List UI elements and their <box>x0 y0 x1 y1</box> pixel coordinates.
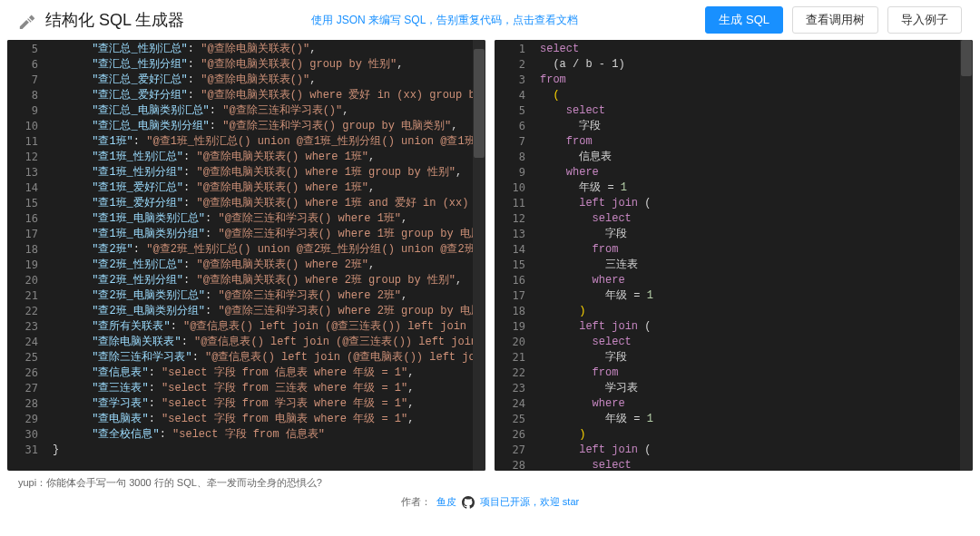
code-line[interactable]: "查2班_电脑类别汇总": "@查除三连和学习表() where 2班", <box>53 288 480 304</box>
left-code[interactable]: "查汇总_性别汇总": "@查除电脑关联表()", "查汇总_性别分组": "@… <box>47 40 485 471</box>
code-line[interactable]: 字段 <box>540 350 967 365</box>
line-number: 12 <box>7 150 38 165</box>
docs-link[interactable]: 使用 JSON 来编写 SQL，告别重复代码，点击查看文档 <box>311 13 578 28</box>
code-line[interactable]: "查汇总_爱好汇总": "@查除电脑关联表()", <box>53 73 480 88</box>
line-number: 13 <box>7 165 38 180</box>
code-line[interactable]: where <box>540 165 967 180</box>
code-line[interactable]: "查2班_性别分组": "@查除电脑关联表() where 2班 group b… <box>53 273 480 288</box>
code-line[interactable]: select <box>540 211 967 227</box>
github-icon <box>462 496 475 509</box>
line-number: 5 <box>495 103 525 119</box>
right-scroll-track[interactable] <box>960 40 973 471</box>
code-line[interactable]: from <box>540 73 967 88</box>
line-number: 16 <box>7 211 38 227</box>
line-number: 7 <box>7 73 38 88</box>
code-line[interactable]: "查所有关联表": "@查信息表() left join (@查三连表()) l… <box>53 319 480 335</box>
line-number: 6 <box>7 57 38 73</box>
code-line[interactable]: "查三连表": "select 字段 from 三连表 where 年级 = 1… <box>53 381 480 396</box>
generate-sql-button[interactable]: 生成 SQL <box>705 6 783 34</box>
code-line[interactable]: "查汇总_性别分组": "@查除电脑关联表() group by 性别", <box>53 57 480 73</box>
code-line[interactable]: 字段 <box>540 119 967 134</box>
line-number: 21 <box>495 350 525 365</box>
line-number: 15 <box>7 196 38 211</box>
code-line[interactable]: select <box>540 458 967 471</box>
line-number: 17 <box>7 227 38 242</box>
code-line[interactable]: "查汇总_电脑类别汇总": "@查除三连和学习表()", <box>53 103 480 119</box>
code-line[interactable]: select <box>540 335 967 350</box>
code-line[interactable]: ( <box>540 88 967 103</box>
code-line[interactable]: } <box>53 443 480 458</box>
footer-tagline: yupi：你能体会手写一句 3000 行的 SQL、牵一发而动全身的恐惧么? <box>18 476 962 490</box>
code-line[interactable]: "查1班_爱好汇总": "@查除电脑关联表() where 1班", <box>53 180 480 196</box>
code-line[interactable]: select <box>540 103 967 119</box>
footer-credits: 作者： 鱼皮 项目已开源，欢迎 star <box>18 495 962 509</box>
line-number: 31 <box>7 443 38 458</box>
right-code[interactable]: select (a / b - 1)from ( select 字段 from … <box>534 40 973 471</box>
sql-editor[interactable]: 1234567891011121314151617181920212223242… <box>495 40 973 471</box>
code-line[interactable]: "查1班_性别汇总": "@查除电脑关联表() where 1班", <box>53 150 480 165</box>
code-line[interactable]: left join ( <box>540 319 967 335</box>
line-number: 16 <box>495 273 525 288</box>
code-line[interactable]: "查汇总_爱好分组": "@查除电脑关联表() where 爱好 in (xx)… <box>53 88 480 103</box>
line-number: 19 <box>495 319 525 335</box>
footer: yupi：你能体会手写一句 3000 行的 SQL、牵一发而动全身的恐惧么? 作… <box>0 471 980 511</box>
code-line[interactable]: "查除三连和学习表": "@查信息表() left join (@查电脑表())… <box>53 350 480 365</box>
code-line[interactable]: "查1班_电脑类别汇总": "@查除三连和学习表() where 1班", <box>53 211 480 227</box>
code-line[interactable]: "查学习表": "select 字段 from 学习表 where 年级 = 1… <box>53 396 480 412</box>
line-number: 26 <box>7 365 38 381</box>
code-line[interactable]: "查2班_电脑类别分组": "@查除三连和学习表() where 2班 grou… <box>53 304 480 319</box>
code-line[interactable]: "查1班_电脑类别分组": "@查除三连和学习表() where 1班 grou… <box>53 227 480 242</box>
left-scroll-track[interactable] <box>473 40 485 471</box>
code-line[interactable]: from <box>540 242 967 258</box>
code-line[interactable]: ) <box>540 427 967 443</box>
code-line[interactable]: where <box>540 273 967 288</box>
code-line[interactable]: ) <box>540 304 967 319</box>
json-editor[interactable]: 5678910111213141516171819202122232425262… <box>7 40 485 471</box>
code-line[interactable]: 字段 <box>540 227 967 242</box>
opensource-link[interactable]: 项目已开源，欢迎 star <box>480 495 579 509</box>
code-line[interactable]: from <box>540 134 967 150</box>
code-line[interactable]: 三连表 <box>540 258 967 273</box>
line-number: 14 <box>495 242 525 258</box>
line-number: 7 <box>495 134 525 150</box>
code-line[interactable]: 信息表 <box>540 150 967 165</box>
line-number: 17 <box>495 288 525 304</box>
code-line[interactable]: from <box>540 365 967 381</box>
code-line[interactable]: "查全校信息": "select 字段 from 信息表" <box>53 427 480 443</box>
code-line[interactable]: "查1班_性别分组": "@查除电脑关联表() where 1班 group b… <box>53 165 480 180</box>
code-line[interactable]: where <box>540 396 967 412</box>
line-number: 25 <box>495 412 525 427</box>
code-line[interactable]: "查汇总_电脑类别分组": "@查除三连和学习表() group by 电脑类别… <box>53 119 480 134</box>
line-number: 9 <box>495 165 525 180</box>
logo-area: 结构化 SQL 生成器 <box>18 9 184 31</box>
code-line[interactable]: 年级 = 1 <box>540 180 967 196</box>
code-line[interactable]: left join ( <box>540 443 967 458</box>
author-link[interactable]: 鱼皮 <box>436 495 456 509</box>
code-line[interactable]: "查电脑表": "select 字段 from 电脑表 where 年级 = 1… <box>53 412 480 427</box>
line-number: 12 <box>495 211 525 227</box>
code-line[interactable]: "查汇总_性别汇总": "@查除电脑关联表()", <box>53 42 480 57</box>
line-number: 20 <box>495 335 525 350</box>
code-line[interactable]: 年级 = 1 <box>540 288 967 304</box>
code-line[interactable]: select <box>540 42 967 57</box>
author-label: 作者： <box>401 495 431 509</box>
left-scroll-thumb[interactable] <box>474 49 485 158</box>
code-line[interactable]: "查2班_性别汇总": "@查除电脑关联表() where 2班", <box>53 258 480 273</box>
import-example-button[interactable]: 导入例子 <box>887 6 962 34</box>
line-number: 15 <box>495 258 525 273</box>
view-tree-button[interactable]: 查看调用树 <box>792 6 878 34</box>
code-line[interactable]: "查1班": "@查1班_性别汇总() union @查1班_性别分组() un… <box>53 134 480 150</box>
code-line[interactable]: "查信息表": "select 字段 from 信息表 where 年级 = 1… <box>53 365 480 381</box>
code-line[interactable]: 年级 = 1 <box>540 412 967 427</box>
line-number: 13 <box>495 227 525 242</box>
code-line[interactable]: "查2班": "@查2班_性别汇总() union @查2班_性别分组() un… <box>53 242 480 258</box>
line-number: 14 <box>7 180 38 196</box>
line-number: 2 <box>495 57 525 73</box>
line-number: 20 <box>7 273 38 288</box>
code-line[interactable]: (a / b - 1) <box>540 57 967 73</box>
code-line[interactable]: left join ( <box>540 196 967 211</box>
code-line[interactable]: "查除电脑关联表": "@查信息表() left join (@查三连表()) … <box>53 335 480 350</box>
code-line[interactable]: "查1班_爱好分组": "@查除电脑关联表() where 1班 and 爱好 … <box>53 196 480 211</box>
code-line[interactable]: 学习表 <box>540 381 967 396</box>
right-scroll-thumb[interactable] <box>961 40 972 76</box>
